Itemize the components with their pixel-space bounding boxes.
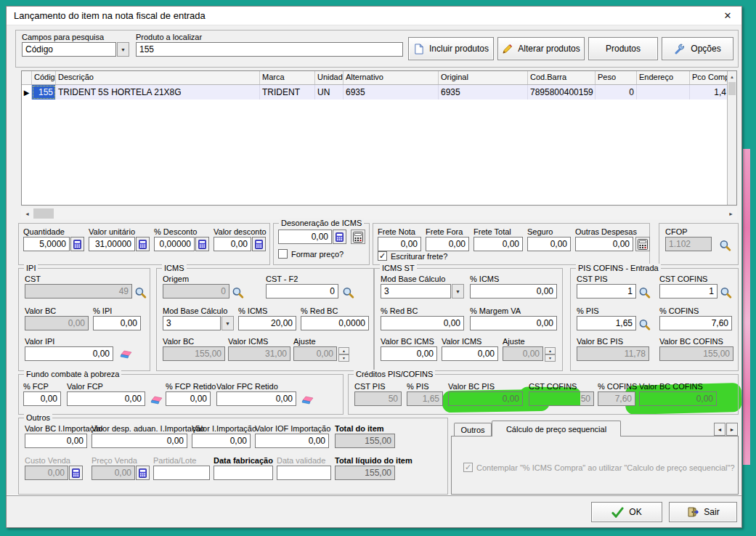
data-validade-input[interactable] [277, 466, 331, 480]
horizontal-scrollbar[interactable]: ◄ ► [21, 208, 737, 219]
st-mod-base-select[interactable]: 3 [381, 284, 451, 299]
cred-pct-cofins-input[interactable]: 7,60 [598, 391, 635, 406]
produto-localizar-input[interactable]: 155 [136, 42, 403, 57]
valor-fpc-retido-input[interactable]: 0,00 [216, 391, 296, 406]
formar-preco-checkbox[interactable]: Formar preço? [278, 249, 344, 259]
scroll-right-icon[interactable]: ► [725, 208, 737, 219]
st-valor-bc-icms-input[interactable]: 0,00 [381, 346, 437, 361]
pct-desconto-calculator-icon[interactable] [195, 237, 209, 251]
cred-valor-bc-pis-input[interactable]: 0,00 [448, 391, 523, 406]
custo-venda-calculator-icon[interactable] [69, 466, 83, 480]
frete-calc-tool-button[interactable] [635, 237, 650, 251]
cell-unidade[interactable]: UN [315, 85, 344, 100]
campos-pesquisa-select[interactable]: Código [22, 42, 116, 57]
frete-fora-input[interactable]: 0,00 [426, 237, 469, 251]
cfop-search-icon[interactable] [719, 240, 731, 252]
pct-fcp-retido-input[interactable]: 0,00 [166, 391, 211, 406]
icms-origem-search-icon[interactable] [232, 287, 244, 299]
cell-marca[interactable]: TRIDENT [260, 85, 315, 100]
table-row[interactable]: ▶ 155 TRIDENT 5S HORTELA 21X8G TRIDENT U… [22, 85, 727, 100]
cst-cofins-search-icon[interactable] [720, 287, 732, 299]
chevron-down-icon[interactable]: ▼ [452, 284, 464, 299]
valor-ipi-eraser-icon[interactable] [119, 350, 132, 359]
cst-pis-input[interactable]: 1 [577, 284, 636, 299]
cfop-input[interactable]: 1.102 [665, 237, 712, 251]
partida-lote-input[interactable] [153, 466, 210, 480]
cst-cofins-input[interactable]: 1 [659, 284, 718, 299]
valor-ii-input[interactable]: 0,00 [192, 434, 251, 448]
cell-peso[interactable]: 0 [596, 85, 637, 100]
st-pct-margem-input[interactable]: 0,00 [470, 316, 557, 330]
icms-cst-f2-search-icon[interactable] [342, 287, 354, 299]
cell-cod-barra[interactable]: 7895800400159 [528, 85, 596, 100]
icms-pct-icms-input[interactable]: 20,00 [238, 316, 296, 330]
grid-header[interactable]: Endereço [637, 71, 690, 84]
spin-down-icon[interactable]: ▼ [545, 354, 556, 362]
grid-header[interactable]: Cod.Barra [528, 71, 596, 84]
cell-codigo[interactable]: 155 [32, 85, 56, 100]
valor-bc-pis-input[interactable]: 11,78 [577, 346, 649, 361]
quantidade-input[interactable]: 5,0000 [23, 237, 70, 251]
valor-bc-ii-input[interactable]: 0,00 [25, 434, 87, 448]
spin-up-icon[interactable]: ▲ [545, 347, 556, 354]
quantidade-calculator-icon[interactable] [70, 237, 84, 251]
preco-venda-calculator-icon[interactable] [136, 466, 150, 480]
desoneracao-calculator-icon[interactable] [333, 230, 346, 244]
icms-origem-input[interactable]: 0 [163, 284, 229, 299]
grid-header[interactable]: Código [32, 71, 56, 84]
tab-outros[interactable]: Outros [454, 423, 492, 436]
valor-ipi-input[interactable]: 0,00 [25, 346, 113, 361]
pct-pis-input[interactable]: 1,65 [577, 316, 636, 330]
ok-button[interactable]: OK [591, 502, 662, 522]
tab-scroll-left-icon[interactable]: ◄ [714, 423, 725, 436]
checkbox-checked-icon[interactable]: ✓ [378, 251, 387, 261]
escriturar-frete-checkbox[interactable]: ✓ Escriturar frete? [378, 251, 447, 261]
data-fabricacao-input[interactable] [214, 466, 273, 480]
frete-nota-input[interactable]: 0,00 [378, 237, 421, 251]
produtos-button[interactable]: Produtos [588, 37, 658, 60]
vertical-scrollbar[interactable]: ▲ [727, 71, 736, 205]
incluir-produtos-button[interactable]: Incluir produtos [408, 37, 494, 60]
tab-calculo-preco-sequencial[interactable]: Cálculo de preço sequencial [492, 421, 621, 436]
seguro-input[interactable]: 0,00 [527, 237, 571, 251]
grid-header[interactable]: Descrição [56, 71, 260, 84]
cred-cst-pis-input[interactable]: 50 [354, 391, 402, 406]
cell-endereco[interactable] [637, 85, 690, 100]
chevron-down-icon[interactable]: ▼ [221, 316, 234, 330]
desoneracao-input[interactable]: 0,00 [278, 230, 332, 244]
cred-pct-pis-input[interactable]: 1,65 [407, 391, 443, 406]
cred-cst-cofins-input[interactable]: 50 [529, 391, 594, 406]
sair-button[interactable]: Sair [669, 502, 737, 522]
ipi-valor-bc-input[interactable]: 0,00 [25, 316, 89, 330]
spin-up-icon[interactable]: ▲ [338, 347, 349, 354]
checkbox-icon[interactable] [278, 249, 288, 259]
spin-down-icon[interactable]: ▼ [338, 354, 349, 362]
st-ajuste-spinner[interactable]: ▲▼ [545, 347, 556, 362]
horizontal-scroll-thumb[interactable] [33, 208, 54, 219]
pct-pis-search-icon[interactable] [638, 319, 651, 331]
icms-pct-red-bc-input[interactable]: 0,0000 [301, 316, 369, 330]
valor-fcp-eraser-icon[interactable] [150, 396, 163, 405]
valor-unitario-calculator-icon[interactable] [136, 237, 150, 251]
valor-bc-cofins-input[interactable]: 155,00 [659, 346, 733, 361]
pct-cofins-input[interactable]: 7,60 [659, 316, 732, 330]
close-icon[interactable]: ✕ [721, 10, 734, 21]
st-pct-red-bc-input[interactable]: 0,00 [381, 316, 464, 330]
grid-header[interactable]: Marca [260, 71, 315, 84]
chevron-down-icon[interactable]: ▼ [117, 42, 129, 57]
valor-fpc-retido-eraser-icon[interactable] [301, 396, 314, 405]
custo-venda-input[interactable]: 0,00 [25, 466, 68, 480]
icms-valor-bc-input[interactable]: 155,00 [163, 346, 225, 361]
valor-desconto-input[interactable]: 0,00 [214, 237, 251, 251]
st-ajuste-input[interactable]: 0,00 [503, 346, 543, 361]
cst-pis-search-icon[interactable] [638, 287, 651, 299]
cred-valor-bc-cofins-input[interactable]: 0,00 [639, 391, 717, 406]
grid-header[interactable]: Peso [596, 71, 637, 84]
grid-header[interactable]: Original [439, 71, 528, 84]
icms-ajuste-input[interactable]: 0,00 [293, 346, 337, 361]
valor-iof-input[interactable]: 0,00 [255, 434, 329, 448]
icms-cst-f2-input[interactable]: 0 [266, 284, 338, 299]
frete-total-input[interactable]: 0,00 [473, 237, 523, 251]
valor-unitario-input[interactable]: 31,00000 [89, 237, 135, 251]
icms-ajuste-spinner[interactable]: ▲▼ [338, 347, 349, 362]
